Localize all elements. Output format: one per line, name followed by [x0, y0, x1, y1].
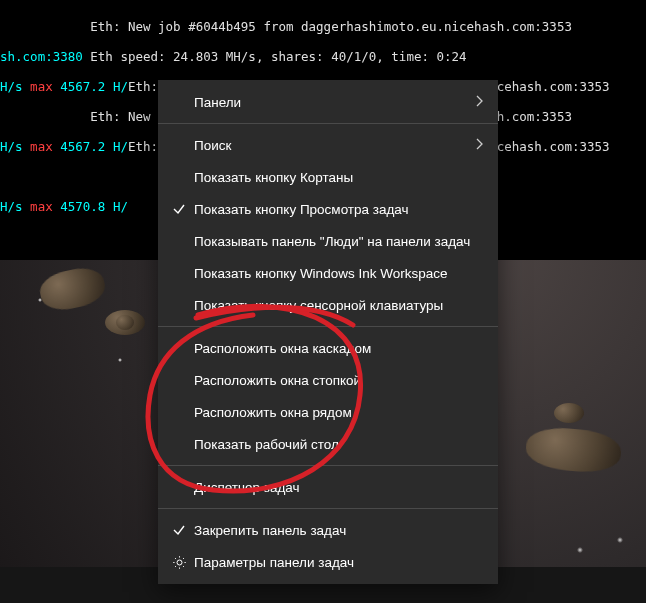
menu-cascade[interactable]: Расположить окна каскадом [158, 332, 498, 364]
menu-label: Расположить окна рядом [190, 405, 484, 420]
chevron-right-icon [476, 95, 484, 110]
menu-people[interactable]: Показывать панель "Люди" на панели задач [158, 225, 498, 257]
menu-touch-keyboard[interactable]: Показать кнопку сенсорной клавиатуры [158, 289, 498, 321]
menu-label: Расположить окна стопкой [190, 373, 484, 388]
menu-label: Поиск [190, 138, 476, 153]
menu-label: Закрепить панель задач [190, 523, 484, 538]
menu-panels[interactable]: Панели [158, 86, 498, 118]
wallpaper-rock [116, 315, 134, 330]
menu-separator [158, 508, 498, 509]
menu-label: Показать рабочий стол [190, 437, 484, 452]
menu-stacked[interactable]: Расположить окна стопкой [158, 364, 498, 396]
menu-taskbar-settings[interactable]: Параметры панели задач [158, 546, 498, 578]
gear-icon [168, 555, 190, 570]
menu-task-manager[interactable]: Диспетчер задач [158, 471, 498, 503]
check-icon [168, 202, 190, 216]
menu-label: Показать кнопку Просмотра задач [190, 202, 484, 217]
menu-label: Показать кнопку Windows Ink Workspace [190, 266, 484, 281]
menu-side-by-side[interactable]: Расположить окна рядом [158, 396, 498, 428]
menu-lock-taskbar[interactable]: Закрепить панель задач [158, 514, 498, 546]
menu-label: Панели [190, 95, 476, 110]
wallpaper-rock [524, 425, 622, 475]
menu-show-desktop[interactable]: Показать рабочий стол [158, 428, 498, 460]
wallpaper-rock [37, 264, 108, 315]
chevron-right-icon [476, 138, 484, 153]
menu-label: Показать кнопку Кортаны [190, 170, 484, 185]
taskbar-context-menu: Панели Поиск Показать кнопку Кортаны Пок… [158, 80, 498, 584]
menu-label: Показывать панель "Люди" на панели задач [190, 234, 484, 249]
menu-taskview[interactable]: Показать кнопку Просмотра задач [158, 193, 498, 225]
menu-separator [158, 326, 498, 327]
menu-label: Расположить окна каскадом [190, 341, 484, 356]
wallpaper-rock [554, 403, 584, 423]
menu-ink[interactable]: Показать кнопку Windows Ink Workspace [158, 257, 498, 289]
menu-label: Диспетчер задач [190, 480, 484, 495]
check-icon [168, 523, 190, 537]
menu-separator [158, 465, 498, 466]
menu-label: Показать кнопку сенсорной клавиатуры [190, 298, 484, 313]
menu-cortana[interactable]: Показать кнопку Кортаны [158, 161, 498, 193]
menu-label: Параметры панели задач [190, 555, 484, 570]
menu-separator [158, 123, 498, 124]
menu-search[interactable]: Поиск [158, 129, 498, 161]
